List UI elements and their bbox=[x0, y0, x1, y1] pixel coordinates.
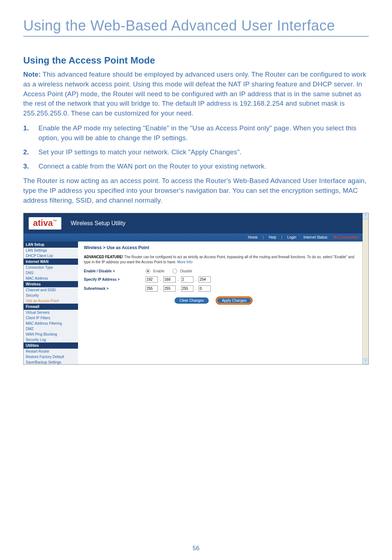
page-number: 56 bbox=[0, 545, 392, 552]
step-text: Set your IP settings to match your netwo… bbox=[38, 147, 369, 157]
ip-octet-4[interactable] bbox=[199, 276, 211, 283]
ip-octet-1[interactable] bbox=[146, 276, 158, 283]
sidebar-item[interactable]: DNS bbox=[24, 270, 78, 276]
sidebar-item[interactable]: Virtual Servers bbox=[24, 310, 78, 315]
sidebar-category: LAN Setup bbox=[24, 242, 78, 248]
mask-octet-4[interactable] bbox=[199, 285, 211, 292]
sidebar-item[interactable]: Channel and SSID bbox=[24, 287, 78, 293]
step-item: 1. Enable the AP mode my selecting "Enab… bbox=[23, 123, 369, 143]
scrollbar[interactable]: ˄ ˅ bbox=[362, 213, 368, 364]
sidebar-item[interactable]: DHCP Client List bbox=[24, 253, 78, 259]
mask-octet-3[interactable] bbox=[181, 285, 193, 292]
breadcrumb: Wireless > Use as Access Point bbox=[84, 245, 357, 250]
note-body: This advanced feature should be employed… bbox=[23, 70, 366, 117]
mask-octet-1[interactable] bbox=[146, 285, 158, 292]
sidebar-item[interactable]: Security Log bbox=[24, 337, 78, 342]
clear-changes-button[interactable]: Clear Changes bbox=[175, 297, 209, 304]
status-label: Internet Status: bbox=[303, 235, 328, 239]
step-number: 3. bbox=[23, 162, 31, 171]
advanced-feature-body: The Router can be configured to act as s… bbox=[84, 255, 354, 264]
brand-text: ativa bbox=[33, 218, 53, 228]
more-info-link[interactable]: More Info bbox=[177, 260, 192, 264]
ip-octet-3[interactable] bbox=[181, 276, 193, 283]
sidebar-item[interactable]: Restore Factory Default bbox=[24, 354, 78, 360]
apply-changes-button[interactable]: Apply Changes bbox=[217, 297, 252, 304]
enable-radio[interactable] bbox=[146, 269, 150, 273]
sidebar-item[interactable]: DMZ bbox=[24, 326, 78, 332]
sidebar-item[interactable]: Use as Access Point bbox=[24, 298, 78, 304]
page-title: Using the Web-Based Advanced User Interf… bbox=[23, 17, 369, 37]
sidebar-category: Internet WAN bbox=[24, 259, 78, 265]
step-text: Connect a cable from the WAN port on the… bbox=[38, 162, 369, 171]
closing-paragraph: The Router is now acting as an access po… bbox=[23, 176, 369, 205]
router-sidebar: LAN SetupLAN SettingsDHCP Client ListInt… bbox=[24, 242, 78, 364]
note-paragraph: Note: This advanced feature should be em… bbox=[23, 70, 369, 118]
step-text: Enable the AP mode my selecting "Enable"… bbox=[38, 123, 369, 143]
sidebar-item[interactable]: Security bbox=[24, 293, 78, 298]
mask-label: Subnetmask > bbox=[84, 287, 146, 291]
ip-label: Specify IP Address > bbox=[84, 277, 146, 281]
sidebar-item[interactable]: LAN Settings bbox=[24, 248, 78, 253]
nav-help[interactable]: Help bbox=[269, 235, 276, 239]
step-number: 1. bbox=[23, 123, 31, 143]
note-label: Note: bbox=[23, 70, 41, 78]
utility-title: Wireless Setup Utility bbox=[71, 220, 126, 227]
disable-option-text: Disable bbox=[180, 269, 192, 273]
sidebar-item[interactable]: Client IP Filters bbox=[24, 315, 78, 321]
router-content: Wireless > Use as Access Point ADVANCED … bbox=[78, 242, 363, 364]
brand-tm: ™ bbox=[53, 219, 57, 223]
sidebar-item[interactable]: Connection Type bbox=[24, 265, 78, 270]
ip-octet-2[interactable] bbox=[163, 276, 176, 283]
step-item: 2. Set your IP settings to match your ne… bbox=[23, 147, 369, 157]
status-value: No Connection bbox=[333, 235, 359, 239]
sidebar-category: Wireless bbox=[24, 281, 78, 287]
mask-octet-2[interactable] bbox=[163, 285, 176, 292]
section-title: Using the Access Point Mode bbox=[23, 55, 369, 66]
disable-radio[interactable] bbox=[172, 269, 177, 273]
router-header: ativa™ Wireless Setup Utility bbox=[24, 213, 363, 234]
advanced-feature-label: ADVANCED FEATURE! bbox=[84, 255, 123, 259]
sidebar-category: Firewall bbox=[24, 304, 78, 310]
brand-logo: ativa™ bbox=[29, 217, 61, 230]
scroll-up-arrow[interactable]: ˄ bbox=[363, 213, 368, 219]
router-subheader: Home | Help | Login Internet Status: No … bbox=[24, 234, 363, 242]
sidebar-item[interactable]: MAC Address Filtering bbox=[24, 321, 78, 326]
sidebar-item[interactable]: Restart Router bbox=[24, 349, 78, 354]
router-ui-screenshot: ˄ ˅ ativa™ Wireless Setup Utility Home |… bbox=[23, 213, 369, 365]
sidebar-item[interactable]: WAN Ping Blocking bbox=[24, 332, 78, 337]
scroll-down-arrow[interactable]: ˅ bbox=[363, 358, 368, 364]
enable-option-text: Enable bbox=[153, 269, 164, 273]
advanced-feature-note: ADVANCED FEATURE! The Router can be conf… bbox=[84, 255, 357, 265]
sidebar-category: Utilities bbox=[24, 342, 78, 349]
step-item: 3. Connect a cable from the WAN port on … bbox=[23, 162, 369, 171]
enable-row: Enable / Disable > Enable Disable bbox=[84, 269, 357, 273]
steps-list: 1. Enable the AP mode my selecting "Enab… bbox=[23, 123, 369, 171]
nav-home[interactable]: Home bbox=[248, 235, 258, 239]
ip-row: Specify IP Address > . . . bbox=[84, 276, 357, 283]
sidebar-item[interactable]: Save/Backup Settings bbox=[24, 360, 78, 365]
mask-row: Subnetmask > . . . bbox=[84, 285, 357, 292]
enable-label: Enable / Disable > bbox=[84, 269, 146, 273]
step-number: 2. bbox=[23, 147, 31, 157]
nav-login[interactable]: Login bbox=[287, 235, 296, 239]
sidebar-item[interactable]: MAC Address bbox=[24, 276, 78, 281]
